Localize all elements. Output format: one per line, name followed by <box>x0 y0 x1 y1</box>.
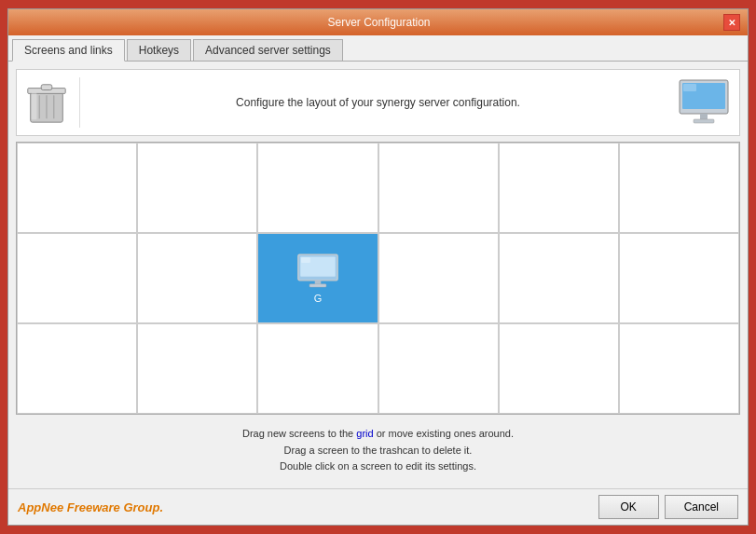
grid-cell-0-5[interactable] <box>619 143 739 233</box>
main-window: Server Configuration ✕ Screens and links… <box>7 8 749 526</box>
grid-cell-2-0[interactable] <box>17 323 137 414</box>
grid-cell-1-4[interactable] <box>499 233 619 323</box>
tab-screens-links[interactable]: Screens and links <box>12 39 125 62</box>
grid-cell-1-1[interactable] <box>137 233 257 323</box>
instruction-line-2: Drag a screen to the trashcan to delete … <box>16 443 740 459</box>
grid-cell-1-3[interactable] <box>378 233 499 323</box>
tab-advanced[interactable]: Advanced server settings <box>193 39 343 61</box>
monitor-icon <box>679 79 729 126</box>
grid-cell-1-0[interactable] <box>17 233 137 323</box>
grid-cell-1-5[interactable] <box>619 233 739 323</box>
button-group: OK Cancel <box>598 495 738 519</box>
svg-rect-6 <box>31 92 36 119</box>
top-section: Configure the layout of your synergy ser… <box>16 69 740 136</box>
grid-cell-1-2[interactable]: G <box>257 233 378 323</box>
trash-icon <box>26 79 67 126</box>
title-bar: Server Configuration ✕ <box>8 9 748 35</box>
svg-rect-14 <box>315 280 322 283</box>
trash-icon-area <box>24 77 80 128</box>
instruction-line-1: Drag new screens to the grid or move exi… <box>16 426 740 443</box>
ok-button[interactable]: OK <box>598 495 659 519</box>
svg-rect-10 <box>694 119 714 123</box>
svg-rect-11 <box>683 84 696 91</box>
svg-rect-9 <box>700 114 708 119</box>
grid-cell-2-5[interactable] <box>619 323 739 414</box>
content-area: Configure the layout of your synergy ser… <box>8 62 748 488</box>
screen-grid: G <box>16 142 740 415</box>
svg-rect-15 <box>309 283 326 286</box>
branding-text: AppNee Freeware Group. <box>18 500 163 514</box>
tab-hotkeys[interactable]: Hotkeys <box>127 39 191 61</box>
grid-cell-2-1[interactable] <box>137 323 257 414</box>
grid-cell-0-4[interactable] <box>499 143 619 233</box>
instructions: Drag new screens to the grid or move exi… <box>16 420 740 481</box>
svg-rect-2 <box>41 85 52 90</box>
grid-cell-2-2[interactable] <box>257 323 378 414</box>
bottom-bar: AppNee Freeware Group. OK Cancel <box>8 488 748 525</box>
screen-label: G <box>314 293 323 304</box>
window-title: Server Configuration <box>34 16 723 29</box>
grid-cell-0-0[interactable] <box>17 143 137 233</box>
cancel-button[interactable]: Cancel <box>665 495 738 519</box>
grid-cell-2-4[interactable] <box>499 323 619 414</box>
instruction-line-3: Double click on a screen to edit its set… <box>16 459 740 475</box>
close-button[interactable]: ✕ <box>723 14 740 31</box>
grid-cell-2-3[interactable] <box>378 323 499 414</box>
grid-cell-0-1[interactable] <box>137 143 257 233</box>
description-text: Configure the layout of your synergy ser… <box>91 96 665 109</box>
screen-item-G[interactable]: G <box>297 253 338 304</box>
tabs-bar: Screens and links Hotkeys Advanced serve… <box>8 35 748 62</box>
svg-rect-16 <box>301 257 310 263</box>
screen-monitor-icon <box>297 253 338 289</box>
monitor-icon-area <box>676 77 732 128</box>
grid-cell-0-2[interactable] <box>257 143 378 233</box>
grid-cell-0-3[interactable] <box>378 143 499 233</box>
